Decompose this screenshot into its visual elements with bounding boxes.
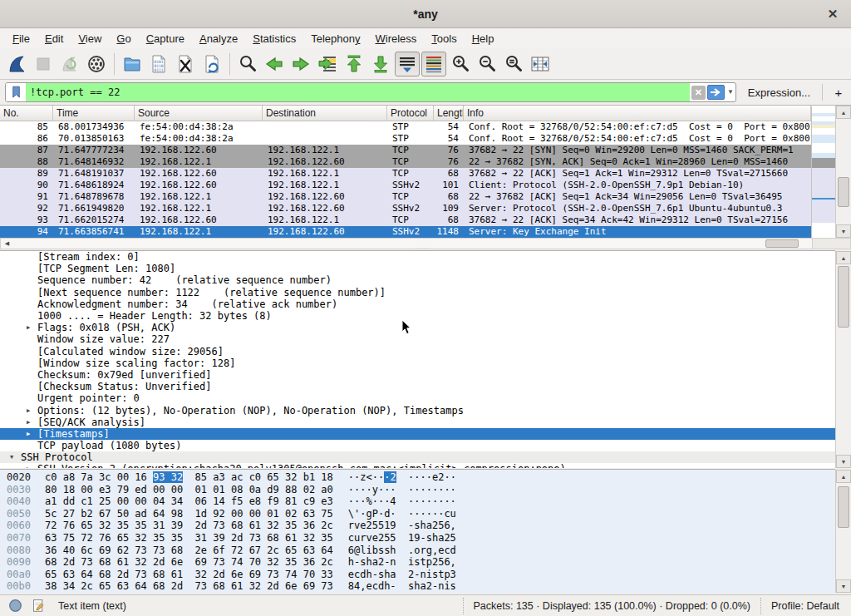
status-profile[interactable]: Profile: Default <box>760 598 851 614</box>
menu-analyze[interactable]: Analyze <box>192 31 245 47</box>
packet-row-87[interactable]: 8771.647777234192.168.122.60192.168.122.… <box>0 145 811 156</box>
expert-info-icon[interactable] <box>7 598 23 614</box>
add-filter-button[interactable]: + <box>831 86 846 100</box>
packet-row-86[interactable]: 8670.013850163fe:54:00:d4:38:2aSTP54Conf… <box>0 133 811 145</box>
scroll-down-icon[interactable]: ▼ <box>836 224 851 238</box>
zoom-reset-button[interactable] <box>501 52 526 76</box>
auto-scroll-button[interactable] <box>395 52 420 76</box>
hex-bytes[interactable]: 5c 27 b2 67 50 ad 64 98 1d 92 00 00 01 0… <box>45 508 333 520</box>
filter-bookmark-icon[interactable] <box>6 83 26 101</box>
detail-line[interactable]: Urgent pointer: 0 <box>0 392 835 404</box>
hex-ascii[interactable]: curve255 19-sha25 <box>348 532 456 545</box>
detail-line[interactable]: Checksum: 0x79ed [unverified] <box>0 369 835 381</box>
go-first-button[interactable] <box>342 52 366 76</box>
display-filter-input[interactable]: !tcp.port == 22 ✕ ▼ <box>5 82 736 102</box>
open-file-button[interactable] <box>120 52 145 76</box>
detail-line[interactable]: [TCP Segment Len: 1080] <box>0 263 835 274</box>
colorize-button[interactable] <box>421 52 446 76</box>
scroll-down-icon[interactable]: ▼ <box>836 455 851 468</box>
filter-clear-button[interactable]: ✕ <box>691 86 706 100</box>
collapse-icon[interactable]: ▼ <box>8 454 21 461</box>
expand-icon[interactable]: ▶ <box>25 324 37 331</box>
detail-line[interactable]: TCP payload (1080 bytes) <box>0 440 835 451</box>
hex-bytes[interactable]: 65 63 64 68 2d 73 68 61 32 2d 6e 69 73 7… <box>45 569 333 581</box>
filter-history-dropdown[interactable]: ▼ <box>726 83 735 101</box>
hex-bytes[interactable]: 38 34 2c 65 63 64 68 2d 73 68 61 32 2d 6… <box>45 580 333 593</box>
detail-line[interactable]: ▼SSH Protocol <box>0 451 835 463</box>
column-header-destination[interactable]: Destination <box>263 106 387 121</box>
detail-line[interactable]: Window size value: 227 <box>0 333 835 345</box>
filter-text[interactable]: !tcp.port == 22 <box>26 83 690 101</box>
packet-row-92[interactable]: 9271.661949820192.168.122.1192.168.122.6… <box>0 203 811 214</box>
filter-apply-button[interactable] <box>707 85 725 100</box>
menu-go[interactable]: Go <box>109 31 138 47</box>
expand-icon[interactable]: ▶ <box>25 431 37 437</box>
start-capture-button[interactable] <box>4 52 29 76</box>
zoom-out-button[interactable] <box>475 52 499 76</box>
hex-ascii[interactable]: ····y··· ········ <box>348 484 456 496</box>
detail-line[interactable]: [Next sequence number: 1122 (relative se… <box>0 287 835 298</box>
menu-edit[interactable]: Edit <box>37 31 71 47</box>
hscroll-thumb[interactable] <box>765 239 799 248</box>
hex-bytes[interactable]: 63 75 72 76 65 32 35 35 31 39 2d 73 68 6… <box>45 532 333 545</box>
hex-ascii[interactable]: \'·gP·d· ······cu <box>348 508 456 520</box>
menu-help[interactable]: Help <box>465 31 502 47</box>
menu-file[interactable]: File <box>5 31 37 47</box>
column-header-info[interactable]: Info <box>464 106 811 121</box>
menu-capture[interactable]: Capture <box>139 31 192 47</box>
packet-row-88[interactable]: 8871.648146932192.168.122.1192.168.122.6… <box>0 156 811 168</box>
hex-ascii[interactable]: ···%···4 ········ <box>348 495 456 508</box>
packet-row-94[interactable]: 9471.663856741192.168.122.1192.168.122.6… <box>0 226 811 238</box>
close-icon[interactable]: ✕ <box>824 6 841 22</box>
hex-bytes[interactable]: a1 dd c1 25 00 00 04 34 06 14 f5 e8 f9 8… <box>45 495 333 508</box>
capture-comment-icon[interactable] <box>30 598 47 614</box>
detail-line[interactable]: ▶Options: (12 bytes), No-Operation (NOP)… <box>0 404 835 416</box>
hex-ascii[interactable]: ecdh-sha 2-nistp3 <box>348 569 456 581</box>
hex-bytes[interactable]: 36 40 6c 69 62 73 73 68 2e 6f 72 67 2c 6… <box>45 545 333 557</box>
detail-line[interactable]: Sequence number: 42 (relative sequence n… <box>0 274 835 286</box>
expand-icon[interactable]: ▶ <box>25 466 37 468</box>
hex-ascii[interactable]: ··z<···2 ····e2·· <box>348 471 456 484</box>
packet-list-scrollbar[interactable]: ▲ ▼ <box>835 106 851 238</box>
menu-telephony[interactable]: Telephony <box>303 31 367 47</box>
detail-line[interactable]: 1000 .... = Header Length: 32 bytes (8) <box>0 310 835 322</box>
expand-icon[interactable]: ▶ <box>25 407 37 414</box>
detail-line[interactable]: ▶[SEQ/ACK analysis] <box>0 416 835 428</box>
bytes-scrollbar[interactable]: ▲ ▼ <box>835 470 851 593</box>
zoom-in-button[interactable] <box>448 52 473 76</box>
menu-wireless[interactable]: Wireless <box>368 31 425 47</box>
go-back-button[interactable] <box>262 52 287 76</box>
details-scrollbar[interactable]: ▲ ▼ <box>835 251 851 468</box>
detail-line[interactable]: [Stream index: 0] <box>0 251 835 263</box>
packet-minimap[interactable] <box>811 106 835 238</box>
scroll-up-icon[interactable]: ▲ <box>836 251 851 264</box>
hex-bytes[interactable]: 72 76 65 32 35 35 31 39 2d 73 68 61 32 3… <box>45 520 333 532</box>
packet-row-93[interactable]: 9371.662015274192.168.122.60192.168.122.… <box>0 214 811 226</box>
scroll-up-icon[interactable]: ▲ <box>836 106 851 119</box>
packet-row-89[interactable]: 8971.648191037192.168.122.60192.168.122.… <box>0 168 811 180</box>
menu-tools[interactable]: Tools <box>424 31 464 47</box>
packet-row-90[interactable]: 9071.648618924192.168.122.60192.168.122.… <box>0 180 811 191</box>
column-header-source[interactable]: Source <box>135 106 263 121</box>
packet-row-91[interactable]: 9171.648789678192.168.122.1192.168.122.6… <box>0 191 811 203</box>
close-file-button[interactable] <box>173 52 198 76</box>
packet-row-85[interactable]: 8568.001734936fe:54:00:d4:38:2aSTP54Conf… <box>0 121 811 133</box>
scroll-down-icon[interactable]: ▼ <box>836 579 851 593</box>
scroll-thumb[interactable] <box>838 486 849 528</box>
hex-bytes[interactable]: c0 a8 7a 3c 00 16 93 32 85 a3 ac c0 65 3… <box>45 471 333 484</box>
go-forward-button[interactable] <box>288 52 313 76</box>
scroll-left-icon[interactable]: ◀ <box>2 239 12 249</box>
save-file-button[interactable]: 010101100111 <box>146 52 171 76</box>
detail-line[interactable]: [Calculated window size: 29056] <box>0 346 835 357</box>
expression-button[interactable]: Expression... <box>748 86 810 99</box>
hex-ascii[interactable]: 84,ecdh- sha2-nis <box>348 580 456 593</box>
menu-view[interactable]: View <box>71 31 109 47</box>
column-header-time[interactable]: Time <box>53 106 135 121</box>
find-packet-button[interactable] <box>235 52 260 76</box>
scroll-up-icon[interactable]: ▲ <box>836 470 851 483</box>
title-bar[interactable]: *any ✕ <box>0 0 851 28</box>
hex-ascii[interactable]: rve25519 -sha256, <box>348 520 456 532</box>
detail-line[interactable]: Acknowledgment number: 34 (relative ack … <box>0 298 835 310</box>
detail-line[interactable]: ▶[Timestamps] <box>0 428 835 440</box>
column-header-protocol[interactable]: Protocol <box>387 106 434 121</box>
